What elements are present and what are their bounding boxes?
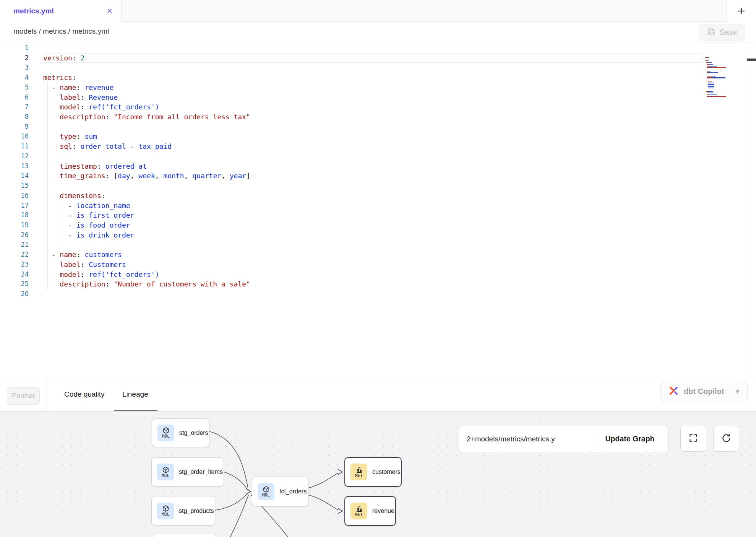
- tab-strip-empty: [122, 0, 726, 22]
- tab-lineage[interactable]: Lineage: [122, 377, 148, 412]
- dbt-copilot-label: dbt Copilot: [684, 387, 730, 396]
- code-editor[interactable]: 1234567891011121314151617181920212223242…: [0, 42, 756, 377]
- lineage-node-fct_orders[interactable]: MDLfct_orders: [252, 477, 308, 506]
- node-label: customers: [372, 469, 401, 475]
- save-label: Save: [720, 28, 737, 37]
- mdl-badge-icon: MDL: [157, 503, 174, 519]
- mdl-badge-icon: MDL: [258, 483, 274, 500]
- met-badge-icon: MET: [350, 503, 367, 519]
- new-tab-button[interactable]: +: [726, 0, 756, 22]
- save-button[interactable]: Save: [699, 24, 745, 41]
- update-graph-button[interactable]: Update Graph: [591, 426, 668, 452]
- line-number-gutter: 1234567891011121314151617181920212223242…: [0, 43, 29, 299]
- node-label: revenue: [372, 508, 394, 514]
- editor-minimap[interactable]: [705, 55, 726, 101]
- bottom-toolbar: Format Code quality Lineage dbt Copilot …: [0, 377, 756, 411]
- fullscreen-icon: [688, 433, 698, 444]
- dbt-copilot-icon: [668, 386, 679, 397]
- lineage-node-customers[interactable]: METcustomers: [344, 457, 402, 487]
- met-badge-icon: MET: [350, 464, 367, 480]
- graph-selector-input[interactable]: [459, 426, 591, 452]
- lineage-canvas[interactable]: MDLstg_ordersMDLstg_order_itemsMDLstg_pr…: [0, 411, 756, 537]
- tab-title: metrics.yml: [13, 7, 107, 15]
- editor-tab-bar: metrics.yml ✕ +: [0, 0, 756, 22]
- node-label: stg_order_items: [179, 469, 223, 475]
- node-label: fct_orders: [279, 488, 307, 495]
- lineage-node-revenue[interactable]: METrevenue: [344, 496, 396, 526]
- breadcrumb[interactable]: models / metrics / metrics.yml: [13, 27, 109, 36]
- file-header-row: models / metrics / metrics.yml Save: [0, 22, 756, 42]
- chevron-down-icon: ▼: [735, 388, 740, 395]
- lineage-node-offscreen_node[interactable]: MDL: [152, 534, 216, 537]
- refresh-icon: [721, 433, 732, 445]
- dbt-copilot-button[interactable]: dbt Copilot ▼: [660, 381, 748, 402]
- save-icon: [707, 27, 716, 37]
- fullscreen-button[interactable]: [680, 426, 706, 452]
- mdl-badge-icon: MDL: [157, 425, 174, 441]
- scrollbar-thumb[interactable]: [747, 59, 756, 61]
- format-button[interactable]: Format: [7, 387, 40, 405]
- close-tab-icon[interactable]: ✕: [107, 7, 113, 15]
- mdl-badge-icon: MDL: [157, 464, 174, 480]
- node-label: stg_orders: [179, 430, 208, 436]
- lineage-node-stg_products[interactable]: MDLstg_products: [151, 496, 215, 526]
- tab-code-quality[interactable]: Code quality: [64, 377, 105, 412]
- code-content[interactable]: version: 2metrics: - name: revenue label…: [43, 43, 250, 299]
- toolbar-divider: [47, 377, 47, 412]
- refresh-graph-button[interactable]: [713, 426, 739, 452]
- scrollbar-track: [747, 42, 747, 377]
- tab-metrics-yml[interactable]: metrics.yml ✕: [0, 0, 122, 22]
- lineage-node-stg_orders[interactable]: MDLstg_orders: [152, 418, 209, 447]
- plus-icon: +: [738, 3, 745, 18]
- lineage-node-stg_order_items[interactable]: MDLstg_order_items: [151, 457, 224, 487]
- node-label: stg_products: [179, 508, 214, 514]
- dbt-ide-window: metrics.yml ✕ + models / metrics / metri…: [0, 0, 756, 537]
- graph-filter-group: Update Graph: [459, 426, 669, 452]
